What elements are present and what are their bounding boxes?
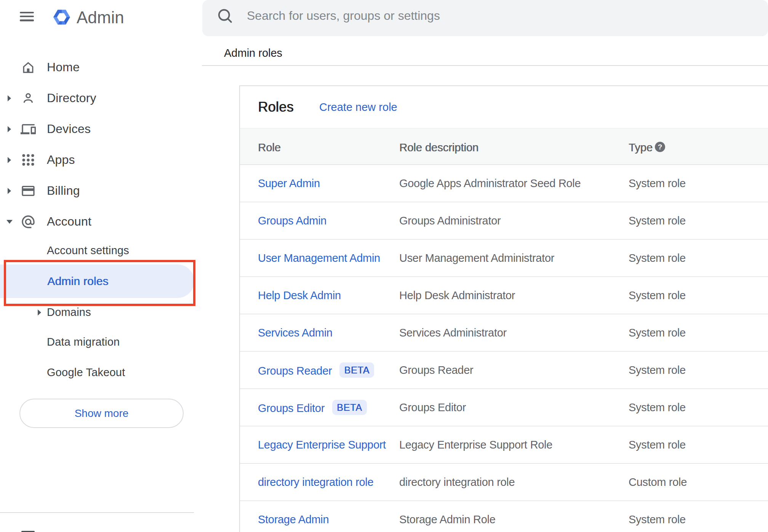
role-link[interactable]: Groups ReaderBETA (258, 362, 374, 378)
sidebar-item-data-migration[interactable]: Data migration (0, 327, 194, 357)
role-description: Help Desk Administrator (399, 289, 515, 302)
sidebar-item-label: Apps (47, 153, 75, 167)
sidebar-item-label: Account settings (47, 244, 129, 257)
sidebar-item-label: Devices (47, 122, 91, 136)
table-row: Legacy Enterprise Support Legacy Enterpr… (240, 426, 768, 464)
table-row: Groups Admin Groups Administrator System… (240, 202, 768, 240)
column-header-type: Type (629, 141, 653, 154)
role-type: System role (629, 215, 686, 227)
sidebar-item-label: Data migration (47, 336, 120, 348)
table-row: Groups ReaderBETA Groups Reader System r… (240, 352, 768, 389)
column-header-role-description: Role description (399, 141, 478, 154)
role-link[interactable]: User Management Admin (258, 252, 380, 264)
apps-grid-icon (21, 152, 36, 168)
create-new-role-link[interactable]: Create new role (319, 101, 397, 114)
role-link[interactable]: Help Desk Admin (258, 289, 341, 302)
sidebar-item-label: Domains (47, 306, 91, 319)
table-row: Super Admin Google Apps Administrator Se… (240, 165, 768, 202)
role-type: System role (629, 364, 686, 377)
chevron-right-icon[interactable] (8, 157, 11, 163)
beta-badge: BETA (332, 400, 367, 415)
role-description: Google Apps Administrator Seed Role (399, 177, 581, 190)
sidebar-item-billing[interactable]: Billing (0, 175, 194, 206)
card-title: Roles (258, 99, 294, 115)
home-icon (21, 60, 36, 75)
role-description: Groups Administrator (399, 215, 501, 227)
role-type: System role (629, 513, 686, 526)
sidebar-item-label: Account (47, 215, 91, 229)
role-link[interactable]: Groups Admin (258, 215, 326, 227)
role-type: System role (629, 289, 686, 302)
chevron-right-icon[interactable] (8, 188, 11, 194)
show-more-button[interactable]: Show more (19, 399, 184, 428)
role-type: System role (629, 177, 686, 190)
column-header-role: Role (258, 141, 281, 154)
sidebar-item-apps[interactable]: Apps (0, 144, 194, 175)
table-header-row: Role Role description Type ? (240, 128, 768, 165)
role-description: Services Administrator (399, 327, 507, 339)
help-icon[interactable]: ? (655, 142, 665, 152)
roles-card: Roles Create new role Role Role descript… (239, 85, 768, 532)
role-type: System role (629, 401, 686, 414)
sidebar-item-google-takeout[interactable]: Google Takeout (0, 357, 194, 388)
role-type: Custom role (629, 476, 687, 489)
role-link[interactable]: directory integration role (258, 476, 373, 489)
card-header: Roles Create new role (240, 86, 768, 128)
role-description: Storage Admin Role (399, 513, 496, 526)
table-row: Help Desk Admin Help Desk Administrator … (240, 277, 768, 314)
sidebar-divider (0, 512, 194, 513)
table-row: User Management Admin User Management Ad… (240, 240, 768, 277)
search-input[interactable] (247, 9, 704, 23)
sidebar-item-directory[interactable]: Directory (0, 83, 194, 114)
role-description: directory integration role (399, 476, 515, 489)
role-link[interactable]: Super Admin (258, 177, 320, 190)
role-type: System role (629, 327, 686, 339)
sidebar-item-label: Billing (47, 184, 80, 198)
chevron-right-icon[interactable] (38, 309, 41, 316)
credit-card-icon (21, 183, 36, 199)
sidebar-item-account[interactable]: Account (0, 206, 194, 237)
sidebar-item-label: Home (47, 60, 80, 74)
role-link[interactable]: Services Admin (258, 327, 333, 339)
at-sign-icon (21, 214, 36, 229)
sidebar-item-label: Google Takeout (47, 366, 125, 379)
table-row: directory integration role directory int… (240, 464, 768, 501)
role-description: Groups Reader (399, 364, 473, 377)
admin-logo-icon[interactable] (53, 8, 71, 26)
search-bar[interactable] (202, 0, 768, 36)
page-title: Admin roles (224, 47, 282, 59)
sidebar-item-home[interactable]: Home (0, 52, 194, 83)
role-description: Legacy Enterprise Support Role (399, 439, 552, 451)
role-link[interactable]: Groups EditorBETA (258, 400, 367, 415)
search-icon (217, 8, 234, 24)
sidebar-item-devices[interactable]: Devices (0, 114, 194, 144)
person-icon (21, 91, 36, 106)
table-row: Groups EditorBETA Groups Editor System r… (240, 389, 768, 426)
beta-badge: BETA (339, 362, 374, 378)
role-type: System role (629, 439, 686, 451)
product-name: Admin (77, 8, 124, 27)
table-row: Storage Admin Storage Admin Role System … (240, 501, 768, 532)
sidebar-item-domains[interactable]: Domains (0, 297, 194, 328)
role-link[interactable]: Legacy Enterprise Support (258, 439, 386, 451)
chevron-right-icon[interactable] (8, 126, 11, 132)
chevron-right-icon[interactable] (8, 95, 11, 101)
menu-icon[interactable] (20, 11, 34, 22)
role-description: Groups Editor (399, 401, 466, 414)
title-divider (202, 65, 768, 66)
sidebar-item-label: Directory (47, 91, 96, 105)
role-description: User Management Administrator (399, 252, 554, 264)
role-type: System role (629, 252, 686, 264)
chevron-down-icon[interactable] (6, 220, 13, 224)
role-link[interactable]: Storage Admin (258, 513, 329, 526)
devices-icon (21, 122, 36, 137)
table-row: Services Admin Services Administrator Sy… (240, 314, 768, 352)
